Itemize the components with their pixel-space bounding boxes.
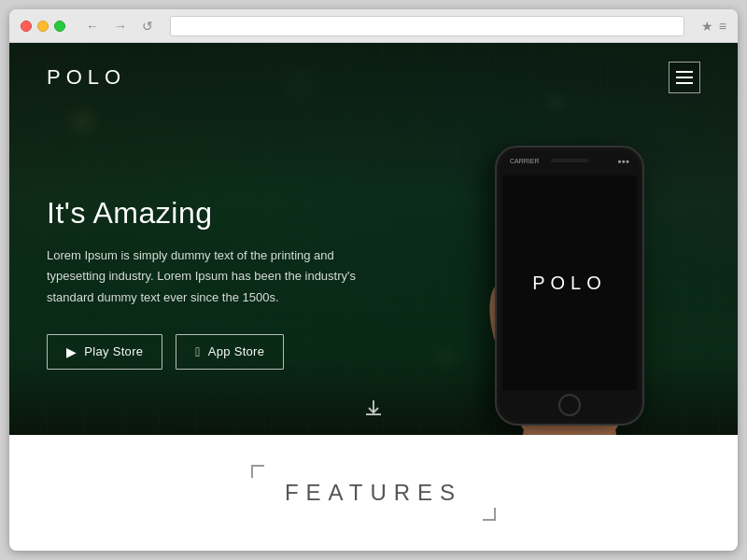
app-store-button[interactable]:  App Store xyxy=(176,334,284,370)
play-store-button[interactable]: ▶ Play Store xyxy=(47,334,162,370)
store-buttons: ▶ Play Store  App Store xyxy=(47,334,364,370)
fullscreen-button[interactable] xyxy=(54,21,65,32)
android-icon: ▶ xyxy=(66,344,77,359)
hero-title: It's Amazing xyxy=(47,196,364,231)
play-store-label: Play Store xyxy=(84,344,143,358)
app-store-label: App Store xyxy=(208,344,265,358)
close-button[interactable] xyxy=(21,21,32,32)
download-icon xyxy=(362,397,385,419)
apple-icon:  xyxy=(195,344,200,359)
browser-titlebar: ← → ↺ ★ ≡ xyxy=(9,9,738,43)
bracket-top-left xyxy=(251,465,264,478)
browser-nav: ← → ↺ xyxy=(82,17,157,35)
hero-body: It's Amazing Lorem Ipsum is simply dummy… xyxy=(47,149,364,416)
address-bar[interactable] xyxy=(170,16,684,36)
hamburger-line-3 xyxy=(676,82,693,84)
hamburger-button[interactable] xyxy=(669,62,700,93)
hamburger-line-2 xyxy=(676,77,693,78)
back-button[interactable]: ← xyxy=(82,17,103,35)
features-title: FEATURES xyxy=(285,480,462,505)
browser-window: ← → ↺ ★ ≡ POLO xyxy=(9,9,738,551)
features-section: FEATURES xyxy=(9,435,738,551)
hero-description: Lorem Ipsum is simply dummy text of the … xyxy=(47,245,364,307)
download-hint[interactable] xyxy=(362,397,385,424)
bracket-bottom-right xyxy=(483,508,496,521)
refresh-button[interactable]: ↺ xyxy=(138,17,157,35)
hero-nav: POLO xyxy=(47,62,700,93)
forward-button[interactable]: → xyxy=(110,17,131,35)
browser-content: POLO It's Amazing Lorem Ipsum is simply … xyxy=(9,43,738,551)
bookmark-button[interactable]: ★ xyxy=(701,19,713,34)
hamburger-line-1 xyxy=(676,71,693,73)
minimize-button[interactable] xyxy=(37,21,49,32)
browser-actions: ★ ≡ xyxy=(701,19,726,34)
menu-button[interactable]: ≡ xyxy=(719,19,726,34)
hero-content: POLO It's Amazing Lorem Ipsum is simply … xyxy=(9,43,738,435)
hero-section: POLO It's Amazing Lorem Ipsum is simply … xyxy=(9,43,738,435)
features-header: FEATURES xyxy=(262,470,485,515)
hero-logo: POLO xyxy=(47,65,126,90)
